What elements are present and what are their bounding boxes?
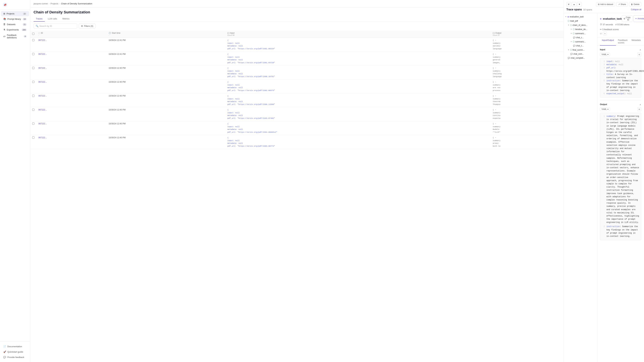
main-content: jacques-comet › Projects › Chain of Dens… [30,0,564,362]
row-checkbox[interactable] [32,81,34,83]
sidebar-item-experiments[interactable]: ⚗ Experiments 289 [1,27,29,32]
row-checkbox[interactable] [32,109,34,111]
tree-item-iterative-de[interactable]: ▼ ⬡ iterative_de... [564,27,597,31]
row-time-cell: 10/30/24 12:40 PM [106,79,226,93]
row-checkbox-cell[interactable] [30,79,36,93]
chevron-icon: ▼ [568,24,569,26]
sidebar-item-provide-feedback[interactable]: 💬 Provide feedback [1,355,29,360]
collapse-input-icon[interactable]: ▲ [639,48,641,51]
tab-llm-calls[interactable]: LLM calls [46,16,59,22]
row-input-cell: { input: null metadata: null pdf_url: "h… [226,107,491,121]
page-title: Chain of Density Summarization [30,7,564,14]
tab-metadata[interactable]: Metadata [630,37,643,45]
row-id-link[interactable]: 067222... [38,53,47,55]
delete-button[interactable]: 🗑 Delete [629,2,641,6]
meta-time: ⏱ 37 seconds [600,23,613,26]
copy-id-button[interactable]: ⧉ Copy ID [622,15,632,22]
tree-item-chat-completi[interactable]: 💬 chat_completi... [564,56,597,60]
panel-prev-button[interactable]: ▲ [572,2,576,7]
tree-item-summariz-1[interactable]: ▼ ⬡ summariz... [564,31,597,35]
copy-input-button[interactable]: ⧉ [637,52,641,56]
add-to-dataset-button[interactable]: ⊞ Add to dataset [596,2,615,6]
tab-metrics[interactable]: Metrics [60,16,72,22]
panel-next-button[interactable]: ▼ [577,2,582,7]
input-section-header: Input ▲ [600,48,641,51]
sidebar-item-feedback-definitions[interactable]: 🏷 Feedback definitions 4 [1,32,29,40]
table-row[interactable]: 067222... 10/30/24 12:40 PM { input: nul… [30,79,564,93]
search-input[interactable] [40,25,75,27]
row-id-link[interactable]: 067222... [38,95,47,97]
share-button[interactable]: ↗ Share [616,2,628,6]
row-checkbox[interactable] [32,39,34,41]
row-checkbox[interactable] [32,136,34,139]
table-row[interactable]: 067222... 10/30/24 12:40 PM { input: nul… [30,121,564,135]
sidebar-item-quickstart[interactable]: 🚀 Quickstart guide [1,349,29,355]
filter-button[interactable]: ⚙ Filters (0) [79,24,96,28]
row-checkbox[interactable] [32,53,34,55]
tab-traces[interactable]: Traces [34,16,45,22]
tag-icon: 🏷 [600,32,602,35]
row-checkbox-cell[interactable] [30,93,36,107]
table-row[interactable]: 067222... 10/30/24 12:41 PM { input: nul… [30,52,564,65]
tree-item-evaluation-task[interactable]: ▼ ◈ evaluation_task [564,14,597,19]
sidebar-item-datasets[interactable]: 🗄 Datasets 21 [1,22,29,27]
search-box[interactable]: 🔍 [34,24,77,28]
output-yaml-format-selector[interactable]: YAML ▾ [600,107,610,111]
row-id-link[interactable]: 067222... [38,39,47,41]
panel-close-button[interactable]: ✕ [566,2,571,7]
tree-item-final-summ[interactable]: ▼ ⬡ final_summ... [564,48,597,52]
chevron-icon: ▼ [565,16,567,17]
tree-item-chain-of-dens[interactable]: ▼ ⬡ chain_of_dens... [564,23,597,27]
tree-item-load-pdf[interactable]: ⬡ load_pdf [564,19,597,23]
chevron-down-icon: ▾ [608,108,608,110]
sidebar-label-feedback-definitions: Feedback definitions [7,34,24,39]
copy-id-label: Copy ID [626,16,630,21]
add-tag-button[interactable]: + [603,32,607,35]
annotate-button[interactable]: ✏ Annotate [634,15,644,22]
experiments-badge: 289 [22,29,27,31]
tab-feedback-scores[interactable]: Feedback scores [616,37,630,45]
flask-icon: ⚗ [3,28,5,31]
row-id-link[interactable]: 067222... [38,122,47,125]
breadcrumb-item-1[interactable]: Projects [50,2,58,5]
logo [0,0,30,9]
select-all-checkbox[interactable] [32,33,34,35]
breadcrumb-item-0[interactable]: jacques-comet [34,2,48,5]
row-checkbox[interactable] [32,122,34,125]
row-checkbox-cell[interactable] [30,107,36,121]
tree-label: evaluation_task [570,15,584,18]
sidebar-label-datasets: Datasets [7,23,16,26]
row-checkbox-cell[interactable] [30,121,36,135]
toolbar: 🔍 ⚙ Filters (0) [30,22,564,30]
table-row[interactable]: 067222... 10/30/24 12:41 PM { input: nul… [30,38,564,52]
table-row[interactable]: 067222... 10/30/24 12:40 PM { input: nul… [30,65,564,79]
collapse-output-icon[interactable]: ▲ [639,103,641,106]
table-row[interactable]: 067222... 10/30/24 12:40 PM { input: nul… [30,135,564,149]
row-checkbox[interactable] [32,67,34,69]
row-id-link[interactable]: 067222... [38,109,47,111]
sidebar-item-projects[interactable]: ⊞ Projects 22 [1,11,29,16]
table-row[interactable]: 067222... 10/30/24 12:40 PM { input: nul… [30,107,564,121]
tree-item-chat-c-2[interactable]: 💬 chat_c... [564,44,597,48]
sidebar-item-prompt-library[interactable]: 📚 Prompt library 19 [1,16,29,22]
tree-item-chat-c-1[interactable]: 💬 chat_c... [564,35,597,39]
tree-item-chat-com[interactable]: 💬 chat_com... [564,52,597,56]
copy-output-button[interactable]: ⧉ [637,107,641,111]
pencil-icon: ✏ [600,28,602,31]
table-row[interactable]: 067222... 10/30/24 12:40 PM { input: nul… [30,93,564,107]
tab-input-output[interactable]: Input/Output [600,37,616,45]
row-id-link[interactable]: 067222... [38,81,47,83]
row-checkbox-cell[interactable] [30,52,36,65]
detail-header: ◈ evaluation_task ⧉ Copy ID ✏ Annotate [597,13,644,37]
row-id-link[interactable]: 067222... [38,136,47,139]
row-checkbox-cell[interactable] [30,65,36,79]
sidebar-item-documentation[interactable]: 📄 Documentation [1,344,29,349]
yaml-format-selector[interactable]: YAML ▾ [600,53,610,56]
tree-item-summariz-2[interactable]: ▼ ⬡ summariz... [564,39,597,44]
collapse-all-button[interactable]: Collapse all [631,8,641,11]
row-checkbox-cell[interactable] [30,135,36,149]
row-id-link[interactable]: 067222... [38,67,47,69]
row-checkbox[interactable] [32,95,34,97]
row-checkbox-cell[interactable] [30,38,36,52]
database-icon: 🗄 [3,23,6,26]
